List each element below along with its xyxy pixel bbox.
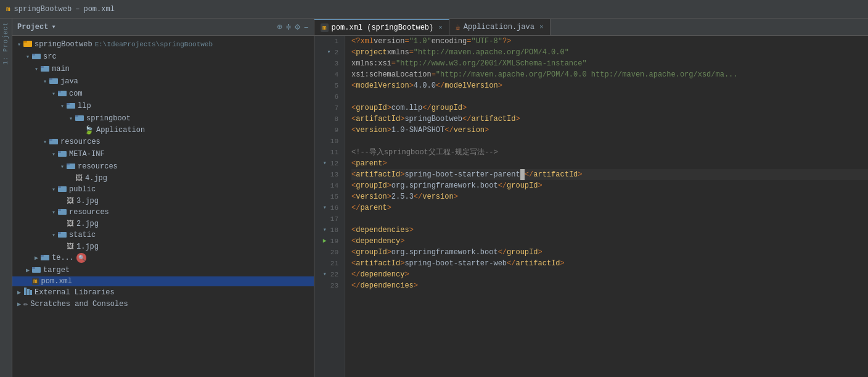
gutter-line-18: ▾18 <box>314 225 341 236</box>
code-segment: spring-boot-starter-parent <box>404 169 520 180</box>
tree-arrow-test: ▶ <box>32 254 41 262</box>
svg-rect-32 <box>30 290 32 295</box>
line-number-1: 1 <box>334 36 338 47</box>
tab-pom[interactable]: mpom.xml (springBootweb)× <box>314 19 449 35</box>
tree-item-llp[interactable]: ▾llp <box>12 100 314 112</box>
tree-item-root[interactable]: ▾springBootwebE:\IdeaProjects\springBoot… <box>12 38 314 51</box>
tree-icon-test <box>41 252 49 263</box>
panel-dropdown-icon[interactable]: ▾ <box>51 22 55 31</box>
tree-icon-scratches: ✏ <box>23 299 28 309</box>
code-segment: > <box>409 225 414 236</box>
tree-item-extlibs[interactable]: ▶External Libraries <box>12 286 314 299</box>
tree-item-1jpg[interactable]: 🖼1.jpg <box>12 241 314 252</box>
tree-item-pomxml[interactable]: mpom.xml <box>12 276 314 286</box>
tree-item-com[interactable]: ▾com <box>12 88 314 100</box>
line-number-20: 20 <box>330 247 338 258</box>
title-bar-project: springBootweb <box>14 5 72 14</box>
tree-item-src[interactable]: ▾src <box>12 51 314 63</box>
gutter-icon-22[interactable]: ▾ <box>321 269 329 280</box>
tree-label-root: springBootweb <box>35 40 92 49</box>
code-segment: = <box>404 36 409 47</box>
close-panel-icon[interactable]: – <box>304 22 309 32</box>
gutter-line-14: 14 <box>314 180 341 191</box>
tree-arrow-java: ▾ <box>41 78 49 85</box>
tree-label-application: Application <box>96 126 145 135</box>
tree-label-target: target <box>43 266 70 275</box>
tree-item-scratches[interactable]: ▶✏Scratches and Consoles <box>12 299 314 309</box>
code-segment: > <box>454 191 458 202</box>
tab-close-pom[interactable]: × <box>438 24 443 31</box>
tree-item-application[interactable]: 🍃Application <box>12 125 314 136</box>
tree-item-test[interactable]: ▶te...🔍 <box>12 252 314 264</box>
line-number-8: 8 <box>334 114 338 125</box>
code-segment: < <box>351 180 356 191</box>
tree-label-java: java <box>60 77 78 86</box>
svg-rect-27 <box>41 255 44 257</box>
code-segment: artifactId <box>471 114 515 125</box>
code-segment: > <box>387 247 391 258</box>
tree-arrow-com: ▾ <box>49 90 58 97</box>
code-segment: <?xml <box>351 36 374 47</box>
tree-item-static[interactable]: ▾static <box>12 229 314 241</box>
code-segment: < <box>351 158 356 169</box>
tab-application[interactable]: ☕Application.java× <box>449 19 551 35</box>
code-segment: < <box>351 80 356 91</box>
gutter-line-13: 13 <box>314 169 341 180</box>
main-layout: 1: Project Project ▾ ⊕ ≑ ⚙ – ▾springBoot… <box>0 19 868 377</box>
gutter-icon-18[interactable]: ▾ <box>321 225 329 236</box>
pom-icon: m <box>6 6 10 13</box>
code-line-7: <groupId>com.llp</groupId> <box>351 102 868 114</box>
code-segment: modelVersion <box>444 80 497 91</box>
gutter-line-6: 6 <box>314 91 341 102</box>
code-line-6 <box>351 91 868 102</box>
collapse-icon[interactable]: ≑ <box>286 22 291 32</box>
title-bar: m springBootweb – pom.xml <box>0 0 868 19</box>
tree-item-resources2[interactable]: ▾resources <box>12 160 314 173</box>
tree-item-2jpg[interactable]: 🖼2.jpg <box>12 218 314 229</box>
tree-icon-com <box>58 88 67 99</box>
code-segment: spring-boot-starter-web <box>404 258 507 269</box>
tree-arrow-springboot: ▾ <box>67 115 75 122</box>
tree-arrow-static: ▾ <box>49 231 58 239</box>
code-line-18: <dependencies> <box>351 225 868 236</box>
editor-content[interactable]: 1▾234567891011▾12131415▾1617▾18▶192021▾2… <box>314 36 868 377</box>
tree-item-main[interactable]: ▾main <box>12 63 314 75</box>
code-segment: </ <box>507 258 515 269</box>
code-segment: version <box>374 36 404 47</box>
code-area: 1▾234567891011▾12131415▾1617▾18▶192021▾2… <box>314 36 868 377</box>
tree-item-resources[interactable]: ▾resources <box>12 136 314 148</box>
code-line-3: xmlns:xsi="http://www.w3.org/2001/XMLSch… <box>351 58 868 69</box>
svg-rect-11 <box>67 103 70 105</box>
tree-item-4jpg[interactable]: 🖼4.jpg <box>12 173 314 183</box>
tree-arrow-target: ▶ <box>23 267 32 274</box>
settings-icon[interactable]: ⚙ <box>295 22 300 32</box>
gutter-icon-19[interactable]: ▶ <box>321 236 329 247</box>
tree-item-java[interactable]: ▾java <box>12 75 314 88</box>
gutter-line-3: 3 <box>314 58 341 69</box>
tree-icon-src <box>32 51 41 62</box>
gutter-line-1: 1 <box>314 36 341 47</box>
tree-label-com: com <box>69 89 83 98</box>
gutter-icon-2[interactable]: ▾ <box>325 47 332 58</box>
tree-arrow-src: ▾ <box>23 53 32 60</box>
line-number-15: 15 <box>330 191 338 202</box>
code-segment: version <box>356 125 387 136</box>
tree-item-public[interactable]: ▾public <box>12 183 314 196</box>
gutter-icon-16[interactable]: ▾ <box>321 202 329 213</box>
code-segment: 1.0-SNAPSHOT <box>391 125 444 136</box>
tree-item-3jpg[interactable]: 🖼3.jpg <box>12 196 314 206</box>
code-segment: groupId <box>356 180 387 191</box>
line-gutter: 1▾234567891011▾12131415▾1617▾18▶192021▾2… <box>314 36 345 377</box>
tree-item-resources3[interactable]: ▾resources <box>12 206 314 218</box>
tab-close-application[interactable]: × <box>539 23 544 31</box>
tab-icon-pom: m <box>321 23 329 32</box>
tree-arrow-resources: ▾ <box>41 138 49 146</box>
code-segment: < <box>351 191 356 202</box>
code-line-13: <artifactId>spring-boot-starter-parent <… <box>351 169 868 180</box>
tree-item-meta-inf[interactable]: ▾META-INF <box>12 148 314 160</box>
locate-icon[interactable]: ⊕ <box>277 22 282 32</box>
tree-item-target[interactable]: ▶target <box>12 264 314 276</box>
tree-item-springboot[interactable]: ▾springboot <box>12 112 314 125</box>
code-segment: > <box>462 102 467 114</box>
gutter-icon-12[interactable]: ▾ <box>321 158 329 169</box>
